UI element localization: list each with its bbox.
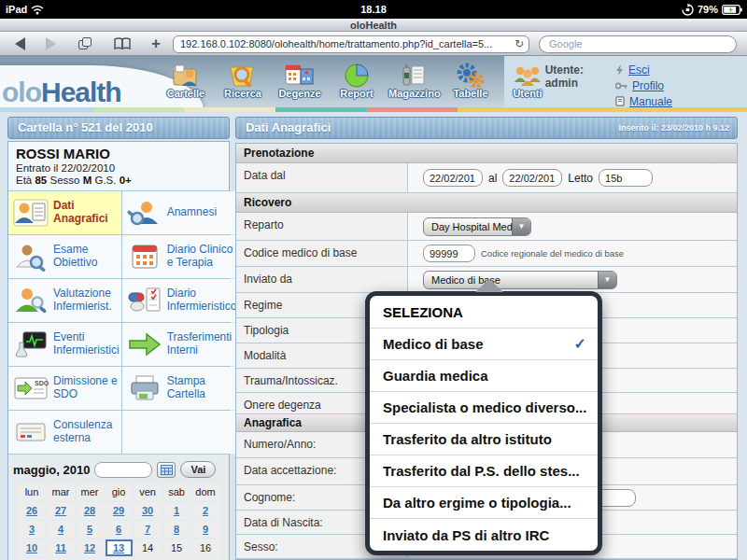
add-tab-icon[interactable]: + xyxy=(151,35,161,53)
user-block: Utente: admin xyxy=(545,63,584,90)
popup-option[interactable]: Trasferito da altro istituto xyxy=(370,424,598,455)
gears-icon xyxy=(455,62,486,90)
manuale-link[interactable]: Manuale xyxy=(629,95,672,108)
field-label: Reparto xyxy=(236,213,408,240)
popup-option[interactable]: Guardia medica xyxy=(370,360,598,392)
menu-consulenza-esterna[interactable]: Consulenza esterna xyxy=(8,411,121,454)
calendar-grid-icon xyxy=(161,465,173,475)
person-magnifier-icon xyxy=(126,198,163,228)
popup-option[interactable]: Trasferito dal P.S. dello stes... xyxy=(370,455,598,487)
calendar-day[interactable]: 9 xyxy=(192,521,219,538)
nav-ricerca[interactable]: Ricerca xyxy=(218,62,268,99)
section-ricovero: Ricovero xyxy=(236,193,737,213)
logout-icon xyxy=(615,64,624,76)
reload-icon[interactable]: ↻ xyxy=(514,37,524,50)
main-nav: Cartelle Ricerca Degenze xyxy=(161,62,553,99)
app-header: oloHealth Cartelle Ricerca xyxy=(0,56,747,107)
profilo-link[interactable]: Profilo xyxy=(632,79,664,92)
menu-trasferimenti-interni[interactable]: Trasferimenti Interni xyxy=(122,323,239,366)
popup-option[interactable]: Medico di base✓ xyxy=(370,329,598,360)
strip-segment xyxy=(184,107,275,112)
calendar-day[interactable]: 5 xyxy=(77,521,104,538)
nav-degenze[interactable]: Degenze xyxy=(275,62,325,99)
clock: 18.18 xyxy=(0,4,747,15)
popup-option-label: Trasferito da altro istituto xyxy=(383,431,586,447)
calendar-day[interactable]: 8 xyxy=(163,521,190,538)
calendar-day[interactable]: 1 xyxy=(163,502,190,519)
back-icon[interactable] xyxy=(15,37,25,50)
calendar-day[interactable]: 3 xyxy=(19,521,46,538)
calendar-day[interactable]: 13 xyxy=(106,539,133,556)
nurse-magnifier-icon xyxy=(12,286,49,315)
hospital-calendar-icon xyxy=(284,62,316,90)
popup-option[interactable]: Specialista o medico diverso... xyxy=(370,392,598,424)
calendar-day[interactable]: 6 xyxy=(106,521,133,538)
patient-sidebar: Cartella n° 521 del 2010 ROSSI MARIO Ent… xyxy=(7,117,230,560)
nav-magazzino[interactable]: Magazzino xyxy=(388,62,439,99)
letto-input[interactable] xyxy=(599,169,653,187)
search-input[interactable]: Google xyxy=(539,35,737,53)
menu-diario-infermieristico[interactable]: Diario Infermieristico xyxy=(122,279,239,322)
nav-cartelle[interactable]: Cartelle xyxy=(161,62,211,99)
header-links: Esci Profilo Manuale xyxy=(615,62,672,107)
bottles-icon xyxy=(398,62,430,90)
user-label: Utente: xyxy=(545,63,584,77)
sidebar-header: Cartella n° 521 del 2010 xyxy=(7,117,230,139)
battery-percent: 79% xyxy=(698,4,718,15)
data-dal-input[interactable] xyxy=(423,169,483,187)
menu-eventi-infermieristici[interactable]: Eventi Infermieristici xyxy=(8,323,121,366)
main-panel-header: Dati Anagrafici Inserito il: 23/02/2010 … xyxy=(235,117,738,139)
search-folder-icon xyxy=(227,62,259,90)
calendar-day[interactable]: 12 xyxy=(77,539,104,556)
calendar-date-input[interactable] xyxy=(94,462,152,478)
user-name: admin xyxy=(545,77,584,90)
calendar-day[interactable]: 4 xyxy=(48,521,75,538)
row-reparto: Reparto Day Hospital Med.▼ xyxy=(236,213,737,241)
popup-option-label: Da altro ergime o tipologia... xyxy=(383,495,586,511)
calendar-day[interactable]: 11 xyxy=(48,539,75,556)
popup-option-label: Trasferito dal P.S. dello stes... xyxy=(383,463,586,479)
menu-valutazione-infermieristica[interactable]: Valutazione Infermierist. xyxy=(8,279,121,322)
calendar-day[interactable]: 29 xyxy=(106,502,133,519)
calendar-day: 16 xyxy=(192,539,219,556)
menu-anamnesi[interactable]: Anamnesi xyxy=(122,191,239,234)
calendar-day[interactable]: 2 xyxy=(192,502,219,519)
popup-option[interactable]: Inviato da PS di altro IRC xyxy=(370,519,598,551)
menu-esame-obiettivo[interactable]: Esame Obiettivo xyxy=(8,235,121,278)
al-label: al xyxy=(488,172,497,185)
chevron-down-icon: ▼ xyxy=(512,218,530,235)
field-label: Codice medico di base xyxy=(236,241,408,266)
patient-info: ROSSI MARIO Entrato il 22/02/2010 Età 85… xyxy=(8,142,229,191)
calendar-day[interactable]: 27 xyxy=(48,502,75,519)
nav-tabelle[interactable]: Tabelle xyxy=(445,62,496,99)
app-logo: oloHealth xyxy=(2,77,121,107)
codice-medico-input[interactable] xyxy=(423,245,475,262)
people-icon xyxy=(512,62,543,90)
menu-dati-anagrafici[interactable]: Dati Anagrafici xyxy=(8,191,121,234)
calendar-go-button[interactable]: Vai xyxy=(180,461,216,478)
popup-option[interactable]: Da altro ergime o tipologia... xyxy=(370,487,598,519)
calendar-day[interactable]: 7 xyxy=(134,521,162,538)
inviato-da-select[interactable]: Medico di base▼ xyxy=(423,271,617,289)
popup-option-label: Medico di base xyxy=(383,336,574,352)
strip-segment xyxy=(0,107,93,112)
nav-report[interactable]: Report xyxy=(331,62,382,99)
calendar-picker-button[interactable] xyxy=(157,462,176,478)
menu-diario-clinico[interactable]: Diario Clinico e Terapia xyxy=(122,235,239,278)
reparto-select[interactable]: Day Hospital Med.▼ xyxy=(423,217,531,236)
select-popover: SELEZIONA Medico di base✓Guardia medicaS… xyxy=(365,291,602,555)
pills-checklist-icon xyxy=(126,286,163,315)
bookmarks-icon[interactable] xyxy=(114,37,131,50)
pages-icon[interactable] xyxy=(78,37,92,49)
url-field[interactable]: 192.168.0.102:8080/olohealth/home/tratta… xyxy=(173,35,529,53)
forward-icon[interactable] xyxy=(46,37,56,50)
patient-name: ROSSI MARIO xyxy=(16,146,221,161)
calendar-day[interactable]: 26 xyxy=(19,502,46,519)
calendar-day[interactable]: 30 xyxy=(134,502,162,519)
esci-link[interactable]: Esci xyxy=(628,63,650,77)
menu-dimissione-sdo[interactable]: SDO Dimissione e SDO xyxy=(8,367,121,410)
menu-stampa-cartella[interactable]: Stampa Cartella xyxy=(122,367,239,410)
calendar-day[interactable]: 28 xyxy=(77,502,104,519)
calendar-day[interactable]: 10 xyxy=(19,539,46,556)
data-al-input[interactable] xyxy=(502,169,562,187)
